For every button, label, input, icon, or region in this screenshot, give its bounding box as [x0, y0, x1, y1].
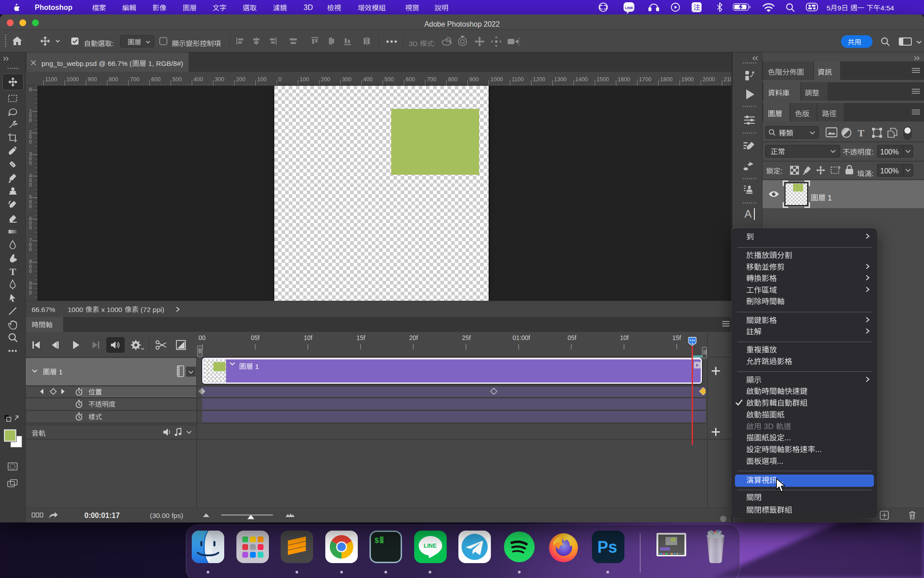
- svg-text:T: T: [9, 266, 16, 277]
- svg-text:T: T: [858, 127, 864, 139]
- svg-text:Ps: Ps: [597, 538, 617, 556]
- svg-text:$: $: [374, 536, 379, 545]
- svg-text:LINE: LINE: [424, 543, 436, 549]
- svg-text:LINE: LINE: [625, 6, 633, 10]
